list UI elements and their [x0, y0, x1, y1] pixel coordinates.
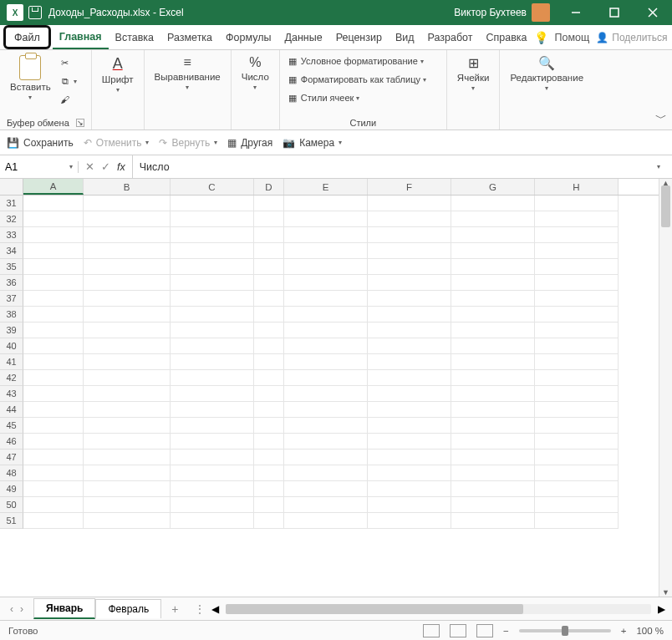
- cell[interactable]: [171, 481, 254, 497]
- row-header[interactable]: 43: [0, 386, 23, 402]
- conditional-formatting-button[interactable]: ▦Условное форматирование▾: [287, 53, 424, 69]
- cell[interactable]: [171, 465, 254, 481]
- cell[interactable]: [84, 196, 171, 211]
- save-button[interactable]: 💾Сохранить: [7, 137, 74, 149]
- cell[interactable]: [84, 386, 171, 402]
- row-header[interactable]: 37: [0, 291, 23, 307]
- editing-button[interactable]: 🔍 Редактирование ▾: [507, 53, 587, 94]
- undo-button[interactable]: ↶Отменить▾: [84, 137, 150, 149]
- cell[interactable]: [368, 211, 451, 227]
- cell[interactable]: [284, 513, 368, 529]
- column-header[interactable]: F: [368, 179, 451, 195]
- cell[interactable]: [284, 386, 368, 402]
- cell[interactable]: [284, 275, 368, 291]
- row-header[interactable]: 50: [0, 497, 23, 513]
- cell[interactable]: [284, 465, 368, 481]
- cell[interactable]: [84, 275, 171, 291]
- cell[interactable]: [368, 291, 451, 307]
- row-header[interactable]: 51: [0, 513, 23, 529]
- cell[interactable]: [535, 275, 619, 291]
- cell[interactable]: [23, 291, 84, 307]
- cell[interactable]: [254, 291, 284, 307]
- cells-button[interactable]: ⊞ Ячейки ▾: [454, 53, 493, 94]
- cell[interactable]: [23, 354, 84, 370]
- cell[interactable]: [535, 227, 619, 243]
- cell[interactable]: [84, 307, 171, 323]
- scrollbar-thumb[interactable]: [661, 185, 670, 227]
- cell[interactable]: [84, 211, 171, 227]
- cell[interactable]: [171, 338, 254, 354]
- cell[interactable]: [368, 402, 451, 418]
- cell[interactable]: [535, 465, 619, 481]
- cell[interactable]: [535, 354, 619, 370]
- row-header[interactable]: 36: [0, 275, 23, 291]
- cell[interactable]: [535, 323, 619, 338]
- row-header[interactable]: 41: [0, 354, 23, 370]
- cell[interactable]: [368, 196, 451, 211]
- cell[interactable]: [254, 196, 284, 211]
- cell[interactable]: [368, 481, 451, 497]
- row-header[interactable]: 49: [0, 481, 23, 497]
- cell[interactable]: [368, 259, 451, 275]
- cell[interactable]: [23, 513, 84, 529]
- row-header[interactable]: 32: [0, 211, 23, 227]
- cell[interactable]: [23, 196, 84, 211]
- view-page-break-button[interactable]: [476, 624, 493, 637]
- fx-icon[interactable]: fx: [117, 161, 125, 173]
- cell[interactable]: [84, 291, 171, 307]
- column-header[interactable]: E: [284, 179, 368, 195]
- cell[interactable]: [451, 211, 535, 227]
- cell[interactable]: [284, 196, 368, 211]
- cell[interactable]: [368, 307, 451, 323]
- row-header[interactable]: 47: [0, 450, 23, 465]
- redo-button[interactable]: ↷Вернуть▾: [159, 137, 217, 149]
- cell[interactable]: [171, 196, 254, 211]
- tab-review[interactable]: Рецензир: [329, 25, 389, 49]
- cell[interactable]: [23, 481, 84, 497]
- add-sheet-button[interactable]: +: [161, 602, 188, 616]
- cell[interactable]: [171, 497, 254, 513]
- cell[interactable]: [254, 338, 284, 354]
- cell[interactable]: [451, 418, 535, 434]
- row-header[interactable]: 35: [0, 259, 23, 275]
- cell[interactable]: [23, 243, 84, 259]
- share-button[interactable]: 👤Поделиться: [596, 32, 667, 43]
- cell[interactable]: [23, 259, 84, 275]
- cell[interactable]: [451, 243, 535, 259]
- sheet-tab-active[interactable]: Январь: [33, 598, 95, 619]
- cell[interactable]: [451, 513, 535, 529]
- cell[interactable]: [84, 450, 171, 465]
- cell[interactable]: [254, 211, 284, 227]
- cell[interactable]: [451, 402, 535, 418]
- row-header[interactable]: 34: [0, 243, 23, 259]
- cell[interactable]: [284, 434, 368, 450]
- cell[interactable]: [84, 513, 171, 529]
- cell[interactable]: [284, 402, 368, 418]
- cell[interactable]: [84, 227, 171, 243]
- cell[interactable]: [451, 259, 535, 275]
- zoom-out-button[interactable]: −: [503, 626, 509, 636]
- cell[interactable]: [535, 243, 619, 259]
- minimize-button[interactable]: [557, 0, 595, 25]
- row-header[interactable]: 48: [0, 465, 23, 481]
- cell[interactable]: [368, 418, 451, 434]
- column-header[interactable]: G: [451, 179, 535, 195]
- cell[interactable]: [535, 370, 619, 386]
- row-header[interactable]: 44: [0, 402, 23, 418]
- cell[interactable]: [171, 323, 254, 338]
- cell[interactable]: [171, 513, 254, 529]
- cell[interactable]: [23, 370, 84, 386]
- scroll-right-arrow[interactable]: ▶: [658, 603, 665, 615]
- cell-styles-button[interactable]: ▦Стили ячеек▾: [287, 90, 359, 105]
- accept-formula-icon[interactable]: ✓: [101, 160, 110, 173]
- cell[interactable]: [171, 291, 254, 307]
- cell[interactable]: [284, 450, 368, 465]
- cell[interactable]: [284, 354, 368, 370]
- cell[interactable]: [254, 323, 284, 338]
- column-header[interactable]: A: [23, 179, 84, 195]
- cell[interactable]: [284, 291, 368, 307]
- cell[interactable]: [171, 275, 254, 291]
- cell[interactable]: [451, 354, 535, 370]
- font-button[interactable]: A Шрифт ▾: [99, 53, 137, 95]
- cell[interactable]: [254, 402, 284, 418]
